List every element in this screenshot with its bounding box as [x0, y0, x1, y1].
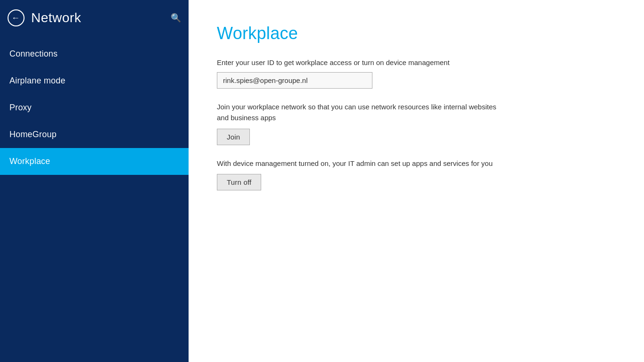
sidebar-title: Network	[31, 10, 81, 25]
sidebar: ← Network 🔍 Connections Airplane mode Pr…	[0, 0, 189, 362]
user-id-input[interactable]	[217, 72, 372, 89]
turn-off-button[interactable]: Turn off	[217, 174, 261, 190]
sidebar-item-connections[interactable]: Connections	[0, 41, 189, 67]
sidebar-item-workplace[interactable]: Workplace	[0, 148, 189, 175]
back-arrow-icon: ←	[11, 14, 20, 22]
join-description: Join your workplace network so that you …	[217, 102, 500, 123]
device-mgmt-description: With device management turned on, your I…	[217, 158, 500, 168]
sidebar-item-homegroup[interactable]: HomeGroup	[0, 121, 189, 148]
sidebar-item-proxy[interactable]: Proxy	[0, 94, 189, 121]
sidebar-header: ← Network 🔍	[0, 0, 189, 36]
search-icon: 🔍	[171, 13, 181, 23]
join-button[interactable]: Join	[217, 129, 250, 145]
back-button[interactable]: ←	[8, 9, 25, 26]
main-content: Workplace Enter your user ID to get work…	[189, 0, 644, 362]
user-id-description: Enter your user ID to get workplace acce…	[217, 58, 616, 67]
page-title: Workplace	[217, 24, 616, 43]
sidebar-item-airplane-mode[interactable]: Airplane mode	[0, 67, 189, 94]
search-button[interactable]: 🔍	[171, 13, 181, 23]
